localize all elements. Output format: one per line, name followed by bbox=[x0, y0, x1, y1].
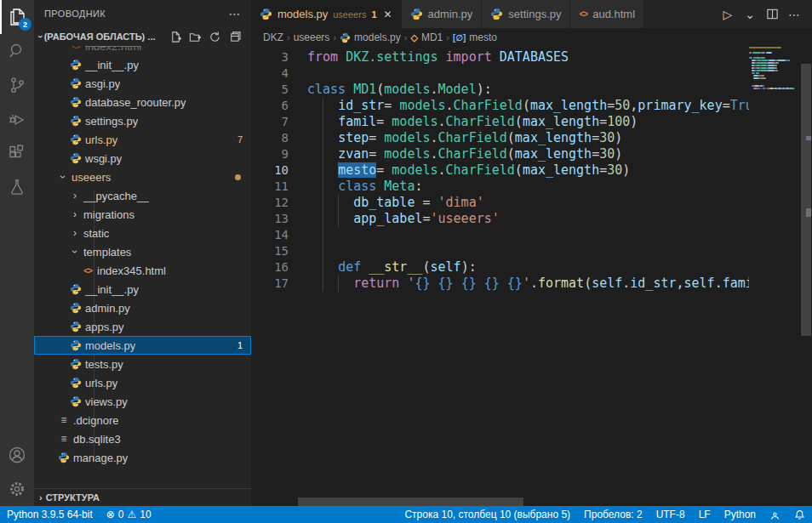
code-line-6[interactable]: 6 id_str= models.CharField(max_length=50… bbox=[251, 98, 812, 114]
line-number: 7 bbox=[251, 114, 289, 130]
tab-admin.py[interactable]: admin.py bbox=[402, 0, 483, 28]
tree-folder-__pycache__[interactable]: ›__pycache__ bbox=[34, 186, 251, 205]
account-icon[interactable] bbox=[0, 438, 34, 472]
tree-item-.dcignore[interactable]: ≡.dcignore bbox=[34, 411, 251, 429]
encoding-indicator[interactable]: UTF-8 bbox=[649, 506, 692, 523]
tree-folder-templates[interactable]: ›templates bbox=[34, 242, 251, 261]
new-folder-icon[interactable] bbox=[189, 31, 202, 43]
refresh-icon[interactable] bbox=[209, 31, 221, 43]
editor-more-actions-button[interactable]: ⋯ bbox=[785, 5, 803, 24]
python-icon bbox=[68, 59, 83, 71]
tab-aud.html[interactable]: <>aud.html bbox=[570, 0, 644, 28]
breadcrumb-item-mesto[interactable]: [∅]mesto bbox=[453, 31, 497, 43]
new-file-icon[interactable] bbox=[169, 31, 182, 43]
cursor-position-indicator[interactable]: Строка 10, столбец 10 (выбрано 5) bbox=[397, 506, 577, 523]
code-line-5[interactable]: 5class MD1(models.Model): bbox=[251, 82, 812, 98]
python-icon bbox=[410, 8, 423, 20]
outline-section-header[interactable]: › СТРУКТУРА bbox=[34, 488, 251, 506]
collapse-all-icon[interactable] bbox=[228, 31, 241, 43]
indentation-indicator[interactable]: Пробелов: 2 bbox=[577, 506, 649, 523]
tree-item-settings.py[interactable]: settings.py bbox=[34, 111, 251, 130]
tree-item-urls.py[interactable]: urls.py7 bbox=[34, 130, 251, 149]
explorer-icon[interactable]: 2 bbox=[0, 0, 34, 34]
run-dropdown-icon[interactable]: ⌄ bbox=[741, 5, 759, 24]
tab-models.py[interactable]: models.pyuseeers1✕ bbox=[251, 0, 402, 28]
explorer-more-actions-button[interactable]: ⋯ bbox=[229, 7, 241, 20]
vertical-scrollbar[interactable] bbox=[800, 47, 812, 506]
tab-settings.py[interactable]: settings.py bbox=[482, 0, 570, 28]
tree-item-database_roouter.py[interactable]: database_roouter.py bbox=[34, 93, 251, 111]
tree-item-apps.py[interactable]: apps.py bbox=[34, 317, 251, 336]
code-line-10[interactable]: 10 mesto= models.CharField(max_length=30… bbox=[251, 162, 812, 179]
tree-item-wsgi.py[interactable]: wsgi.py bbox=[34, 149, 251, 168]
tab-bar: models.pyuseeers1✕admin.pysettings.py<>a… bbox=[251, 0, 812, 28]
close-icon[interactable]: ✕ bbox=[384, 9, 392, 20]
feedback-icon[interactable] bbox=[763, 506, 787, 523]
horizontal-scrollbar[interactable] bbox=[298, 497, 523, 506]
tree-item-urls.py[interactable]: urls.py bbox=[34, 373, 251, 392]
python-version-indicator[interactable]: Python 3.9.5 64-bit bbox=[0, 506, 100, 523]
workspace-section-header[interactable]: › (РАБОЧАЯ ОБЛАСТЬ) ... bbox=[34, 27, 251, 46]
line-number: 11 bbox=[251, 179, 289, 195]
status-bar: Python 3.9.5 64-bit ⊗ 0 ⚠ 10 Строка 10, … bbox=[0, 506, 812, 523]
tree-item-tests.py[interactable]: tests.py bbox=[34, 355, 251, 373]
line-number: 5 bbox=[251, 82, 289, 98]
run-debug-icon[interactable] bbox=[0, 102, 34, 136]
vertical-scrollbar-slider[interactable] bbox=[801, 64, 811, 336]
breadcrumb-item-models.py[interactable]: models.py bbox=[340, 31, 401, 43]
code-line-4[interactable]: 4 bbox=[251, 65, 812, 82]
tree-item-views.py[interactable]: views.py bbox=[34, 392, 251, 411]
code-line-17[interactable]: 17 return '{} {} {} {} {}'.format(self.i… bbox=[251, 276, 812, 292]
breadcrumb-item-MD1[interactable]: ◇MD1 bbox=[410, 31, 443, 43]
tree-item-label: migrations bbox=[83, 208, 134, 221]
split-editor-icon[interactable] bbox=[763, 5, 781, 24]
line-number: 16 bbox=[251, 259, 289, 276]
error-icon: ⊗ bbox=[106, 509, 115, 520]
tree-folder-migrations[interactable]: ›migrations bbox=[34, 205, 251, 224]
run-python-file-button[interactable]: ▷ bbox=[718, 5, 737, 24]
code-line-7[interactable]: 7 famil= models.CharField(max_length=100… bbox=[251, 114, 812, 130]
breadcrumb-label: MD1 bbox=[421, 31, 443, 43]
code-line-16[interactable]: 16 def __str__(self): bbox=[251, 259, 812, 276]
tree-item-__init__.py[interactable]: __init__.py bbox=[34, 280, 251, 298]
language-mode-indicator[interactable]: Python bbox=[718, 506, 763, 523]
tree-item-admin.py[interactable]: admin.py bbox=[34, 298, 251, 317]
breadcrumb-separator: › bbox=[333, 32, 336, 43]
code-line-8[interactable]: 8 step= models.CharField(max_length=30) bbox=[251, 130, 812, 146]
chevron-down-icon: › bbox=[57, 170, 69, 184]
code-line-9[interactable]: 9 zvan= models.CharField(max_length=30) bbox=[251, 146, 812, 162]
tab-label: models.py bbox=[277, 8, 328, 20]
code-line-11[interactable]: 11 class Meta: bbox=[251, 179, 812, 195]
code-line-14[interactable]: 14 bbox=[251, 227, 812, 243]
tree-item-asgi.py[interactable]: asgi.py bbox=[34, 74, 251, 93]
tree-item-__init__.py[interactable]: __init__.py bbox=[34, 55, 251, 74]
python-icon bbox=[490, 8, 503, 20]
testing-icon[interactable] bbox=[0, 170, 34, 204]
code-line-13[interactable]: 13 app_label='useeers' bbox=[251, 211, 812, 227]
breadcrumb-item-useeers[interactable]: useeers bbox=[294, 31, 330, 43]
tree-item-db.sqlite3[interactable]: ≡db.sqlite3 bbox=[34, 429, 251, 448]
modified-dot-badge bbox=[235, 174, 241, 180]
source-control-icon[interactable] bbox=[0, 68, 34, 102]
tree-item-models.py[interactable]: models.py1 bbox=[34, 336, 251, 355]
breadcrumb-label: useeers bbox=[294, 31, 330, 43]
minimap[interactable] bbox=[749, 47, 800, 506]
tree-folder-useeers[interactable]: ›useeers bbox=[34, 168, 251, 186]
line-number: 6 bbox=[251, 98, 289, 114]
extensions-icon[interactable] bbox=[0, 136, 34, 170]
code-line-12[interactable]: 12 db_table = 'dima' bbox=[251, 195, 812, 211]
settings-gear-icon[interactable] bbox=[0, 472, 34, 506]
code-editor[interactable]: 3from DKZ.settings import DATABASES45cla… bbox=[251, 47, 812, 506]
eol-indicator[interactable]: LF bbox=[692, 506, 718, 523]
line-number: 9 bbox=[251, 146, 289, 162]
code-line-15[interactable]: 15 bbox=[251, 243, 812, 259]
code-line-3[interactable]: 3from DKZ.settings import DATABASES bbox=[251, 49, 812, 65]
tree-item-index2.html[interactable]: <>index2.html bbox=[34, 46, 251, 55]
tree-folder-static[interactable]: ›static bbox=[34, 224, 251, 242]
tree-item-manage.py[interactable]: manage.py bbox=[34, 448, 251, 467]
tree-item-index345.html[interactable]: <>index345.html bbox=[34, 261, 251, 280]
notifications-bell-icon[interactable] bbox=[787, 506, 812, 523]
problems-indicator[interactable]: ⊗ 0 ⚠ 10 bbox=[100, 506, 158, 523]
search-icon[interactable] bbox=[0, 34, 34, 68]
breadcrumb-item-DKZ[interactable]: DKZ bbox=[263, 31, 283, 43]
